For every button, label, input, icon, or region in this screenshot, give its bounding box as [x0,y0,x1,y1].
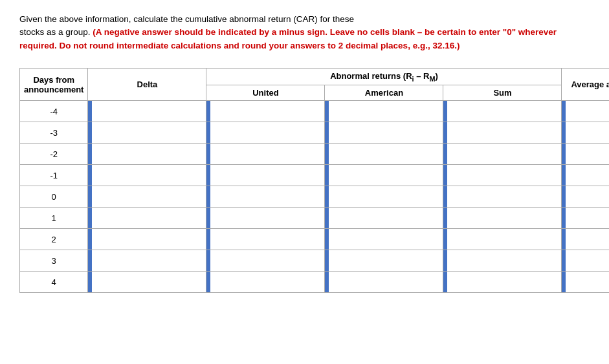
united-input-row-7[interactable] [210,255,324,267]
header-top-row: Days from announcement Delta Abnormal re… [20,68,610,85]
input-cell-sum[interactable] [443,186,562,208]
input-cell-delta[interactable] [88,186,206,208]
avg-input-row-6[interactable] [566,233,609,246]
input-cell-united[interactable] [206,272,325,293]
input-cell-american[interactable] [325,208,443,229]
united-input-row-6[interactable] [210,233,324,246]
input-cell-american[interactable] [325,101,443,122]
delta-input-row-0[interactable] [92,105,206,118]
input-cell-american[interactable] [325,250,443,272]
input-cell-sum[interactable] [443,101,562,122]
united-input-row-8[interactable] [210,276,324,288]
input-cell-american[interactable] [325,122,443,144]
sum-input-row-6[interactable] [447,233,561,246]
input-cell-delta[interactable] [88,272,206,293]
col-header-american: American [325,85,443,101]
input-cell-sum[interactable] [443,122,562,144]
united-input-row-3[interactable] [210,169,324,182]
input-cell-united[interactable] [206,144,325,165]
input-cell-avg[interactable] [562,272,609,293]
sum-input-row-1[interactable] [447,127,561,139]
col-header-sum: Sum [443,85,562,101]
input-cell-american[interactable] [325,272,443,293]
input-cell-avg[interactable] [562,208,609,229]
input-cell-sum[interactable] [443,144,562,165]
input-cell-united[interactable] [206,186,325,208]
avg-input-row-0[interactable] [566,105,609,118]
table-row: 4 [20,272,610,293]
input-cell-delta[interactable] [88,208,206,229]
input-cell-avg[interactable] [562,101,609,122]
sum-input-row-2[interactable] [447,148,561,160]
input-cell-united[interactable] [206,165,325,186]
input-cell-avg[interactable] [562,165,609,186]
sum-input-row-3[interactable] [447,169,561,182]
input-cell-avg[interactable] [562,144,609,165]
american-input-row-2[interactable] [329,148,443,160]
input-cell-delta[interactable] [88,101,206,122]
sum-input-row-0[interactable] [447,105,561,118]
avg-input-row-4[interactable] [566,191,609,203]
avg-input-row-5[interactable] [566,212,609,224]
input-cell-avg[interactable] [562,229,609,250]
day-cell: 4 [20,272,88,293]
avg-input-row-7[interactable] [566,255,609,267]
input-cell-sum[interactable] [443,250,562,272]
input-cell-delta[interactable] [88,165,206,186]
sum-input-row-5[interactable] [447,212,561,224]
input-cell-united[interactable] [206,250,325,272]
input-cell-united[interactable] [206,122,325,144]
american-input-row-6[interactable] [329,233,443,246]
delta-input-row-7[interactable] [92,255,206,267]
input-cell-sum[interactable] [443,208,562,229]
input-cell-delta[interactable] [88,144,206,165]
input-cell-sum[interactable] [443,165,562,186]
delta-input-row-5[interactable] [92,212,206,224]
input-cell-united[interactable] [206,101,325,122]
american-input-row-1[interactable] [329,127,443,139]
col-header-delta: Delta [88,68,206,101]
avg-input-row-2[interactable] [566,148,609,160]
input-cell-delta[interactable] [88,250,206,272]
input-cell-sum[interactable] [443,229,562,250]
avg-input-row-3[interactable] [566,169,609,182]
american-input-row-5[interactable] [329,212,443,224]
input-cell-avg[interactable] [562,122,609,144]
american-input-row-3[interactable] [329,169,443,182]
united-input-row-4[interactable] [210,191,324,203]
input-cell-avg[interactable] [562,186,609,208]
sum-input-row-7[interactable] [447,255,561,267]
delta-input-row-8[interactable] [92,276,206,288]
input-cell-american[interactable] [325,165,443,186]
united-input-row-5[interactable] [210,212,324,224]
sum-input-row-8[interactable] [447,276,561,288]
american-input-row-8[interactable] [329,276,443,288]
input-cell-united[interactable] [206,229,325,250]
input-cell-american[interactable] [325,229,443,250]
delta-input-row-3[interactable] [92,169,206,182]
united-input-row-1[interactable] [210,127,324,139]
delta-input-row-2[interactable] [92,148,206,160]
input-cell-delta[interactable] [88,122,206,144]
american-input-row-4[interactable] [329,191,443,203]
day-cell: -1 [20,165,88,186]
united-input-row-2[interactable] [210,148,324,160]
delta-input-row-1[interactable] [92,127,206,139]
table-row: 3 [20,250,610,272]
instructions-block: Given the above information, calculate t… [19,13,590,52]
avg-input-row-8[interactable] [566,276,609,288]
input-cell-american[interactable] [325,144,443,165]
american-input-row-7[interactable] [329,255,443,267]
delta-input-row-4[interactable] [92,191,206,203]
input-cell-avg[interactable] [562,250,609,272]
sum-input-row-4[interactable] [447,191,561,203]
day-cell: 3 [20,250,88,272]
input-cell-american[interactable] [325,186,443,208]
delta-input-row-6[interactable] [92,233,206,246]
avg-input-row-1[interactable] [566,127,609,139]
united-input-row-0[interactable] [210,105,324,118]
american-input-row-0[interactable] [329,105,443,118]
input-cell-sum[interactable] [443,272,562,293]
input-cell-delta[interactable] [88,229,206,250]
input-cell-united[interactable] [206,208,325,229]
